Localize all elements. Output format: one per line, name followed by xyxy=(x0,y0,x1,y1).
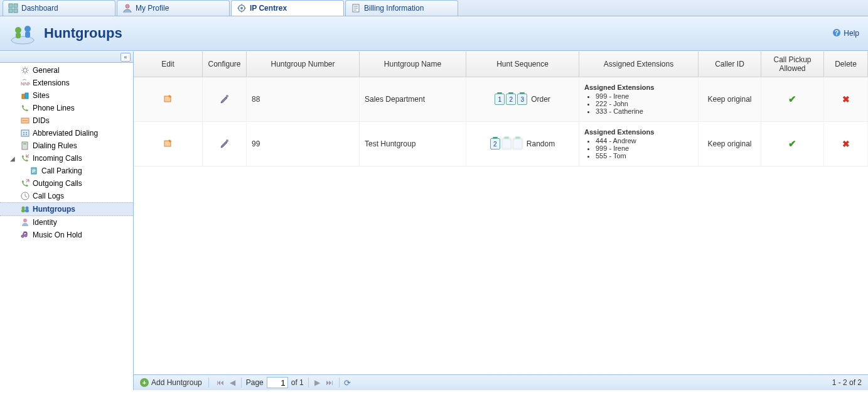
tab-billing-information[interactable]: Billing Information xyxy=(345,0,458,16)
sidebar-item-outgoing-calls[interactable]: Outgoing Calls xyxy=(0,177,133,190)
configure-button[interactable] xyxy=(220,94,230,106)
sidebar-item-general[interactable]: General xyxy=(0,64,133,77)
pager-last-button[interactable]: ⏭ xyxy=(324,378,335,387)
sidebar-item-label: Sites xyxy=(33,91,50,100)
svg-point-6 xyxy=(240,7,243,9)
extension-item: 222 - John xyxy=(596,100,654,107)
delete-button[interactable]: ✖ xyxy=(842,94,850,104)
sidebar-item-dids[interactable]: DIDs xyxy=(0,114,133,127)
extension-item: 555 - Tom xyxy=(596,152,654,160)
svg-rect-2 xyxy=(9,9,13,13)
help-label: Help xyxy=(844,29,859,38)
sidebar-item-label: Abbreviated Dialing xyxy=(33,129,98,138)
svg-rect-21 xyxy=(25,93,28,99)
refresh-button[interactable]: ⟳ xyxy=(344,378,351,388)
svg-point-12 xyxy=(15,27,21,33)
pager-next-button[interactable]: ▶ xyxy=(313,378,321,387)
sidebar-item-abbreviated-dialing[interactable]: Abbreviated Dialing xyxy=(0,127,133,139)
plus-icon: + xyxy=(140,378,149,387)
collapse-sidebar-button[interactable]: « xyxy=(121,53,131,62)
sidebar-item-label: Outgoing Calls xyxy=(33,179,82,188)
dids-icon xyxy=(20,116,30,126)
page-input[interactable] xyxy=(267,377,288,388)
svg-rect-13 xyxy=(16,33,21,38)
col-configure[interactable]: Configure xyxy=(203,52,247,77)
sequence-label: Random xyxy=(527,139,555,148)
svg-point-4 xyxy=(126,4,129,8)
sidebar-item-sites[interactable]: Sites xyxy=(0,89,133,102)
svg-point-38 xyxy=(23,219,27,222)
edit-button[interactable] xyxy=(163,94,173,106)
svg-rect-3 xyxy=(14,9,18,13)
grid-footer: + Add Huntgroup ⏮ ◀ Page of 1 ▶ ⏭ ⟳ xyxy=(134,374,868,390)
tab-label: My Profile xyxy=(136,4,169,13)
sidebar-item-identity[interactable]: Identity xyxy=(0,216,133,229)
svg-rect-37 xyxy=(25,209,29,212)
sidebar-item-label: Music On Hold xyxy=(33,231,82,239)
svg-rect-24 xyxy=(21,130,29,136)
extension-item: 999 - Irene xyxy=(596,92,654,100)
sidebar-item-label: DIDs xyxy=(33,116,50,125)
col-sequence[interactable]: Hunt Sequence xyxy=(466,52,579,77)
sidebar-item-label: Call Logs xyxy=(33,192,64,200)
svg-point-28 xyxy=(26,134,27,135)
separator xyxy=(308,378,309,388)
svg-point-34 xyxy=(22,207,25,210)
extension-item: 333 - Catherine xyxy=(596,107,654,115)
huntgroups-grid: Edit Configure Huntgroup Number Huntgrou… xyxy=(134,52,868,390)
delete-button[interactable]: ✖ xyxy=(842,139,850,149)
help-link[interactable]: ? Help xyxy=(832,28,859,39)
incoming-icon xyxy=(20,153,30,163)
pager-prev-button[interactable]: ◀ xyxy=(228,378,237,387)
tab-label: Dashboard xyxy=(21,4,58,13)
tab-label: Billing Information xyxy=(364,4,424,13)
dialing-icon xyxy=(20,141,30,151)
col-number[interactable]: Huntgroup Number xyxy=(247,52,360,77)
extensions-icon: NNN xyxy=(20,78,30,88)
sidebar-item-label: Call Parking xyxy=(41,166,82,175)
sidebar-item-label: Dialing Rules xyxy=(33,141,77,150)
svg-rect-30 xyxy=(23,143,26,144)
edit-button[interactable] xyxy=(163,138,173,150)
col-edit[interactable]: Edit xyxy=(134,52,203,77)
separator xyxy=(208,378,209,388)
sidebar-item-incoming-calls[interactable]: ◢Incoming Calls xyxy=(0,152,133,165)
svg-point-18 xyxy=(23,68,27,72)
col-name[interactable]: Huntgroup Name xyxy=(360,52,466,77)
sidebar-item-dialing-rules[interactable]: Dialing Rules xyxy=(0,139,133,152)
add-huntgroup-button[interactable]: + Add Huntgroup xyxy=(140,378,202,387)
phone-lines-icon xyxy=(20,103,30,113)
add-label: Add Huntgroup xyxy=(151,378,202,387)
huntgroup-name: Test Huntgroup xyxy=(365,139,415,148)
pager-first-button[interactable]: ⏮ xyxy=(215,378,225,387)
profile-icon xyxy=(122,3,132,13)
sidebar-item-call-parking[interactable]: PCall Parking xyxy=(0,165,133,177)
col-pickup[interactable]: Call Pickup Allowed xyxy=(761,52,824,77)
table-row: 99Test Huntgroup2RandomAssigned Extensio… xyxy=(134,122,868,166)
grid-header: Edit Configure Huntgroup Number Huntgrou… xyxy=(134,52,868,77)
tab-dashboard[interactable]: Dashboard xyxy=(3,0,115,16)
expand-icon: ◢ xyxy=(10,155,18,162)
sidebar-item-music-on-hold[interactable]: Music On Hold xyxy=(0,229,133,241)
configure-button[interactable] xyxy=(220,138,230,150)
svg-rect-15 xyxy=(25,31,30,38)
tab-my-profile[interactable]: My Profile xyxy=(117,0,230,16)
huntgroups-logo-icon xyxy=(9,21,39,45)
svg-rect-29 xyxy=(22,142,28,150)
help-icon: ? xyxy=(832,28,841,39)
svg-rect-36 xyxy=(21,209,25,212)
tab-ip-centrex[interactable]: IP Centrex xyxy=(231,0,344,16)
sidebar-item-label: Identity xyxy=(33,218,57,227)
separator xyxy=(241,378,242,388)
sidebar-item-huntgroups[interactable]: Huntgroups xyxy=(0,202,133,216)
sidebar-item-call-logs[interactable]: Call Logs xyxy=(0,190,133,202)
sidebar-item-extensions[interactable]: NNNExtensions xyxy=(0,77,133,89)
extensions-title: Assigned Extensions xyxy=(584,128,654,136)
sidebar-item-phone-lines[interactable]: Phone Lines xyxy=(0,102,133,114)
col-delete[interactable]: Delete xyxy=(824,52,868,77)
sidebar: « GeneralNNNExtensionsSitesPhone LinesDI… xyxy=(0,52,134,390)
col-callerid[interactable]: Caller ID xyxy=(699,52,761,77)
callerid-value: Keep original xyxy=(707,139,751,148)
col-extensions[interactable]: Assigned Extensions xyxy=(579,52,699,77)
dashboard-icon xyxy=(8,3,18,13)
